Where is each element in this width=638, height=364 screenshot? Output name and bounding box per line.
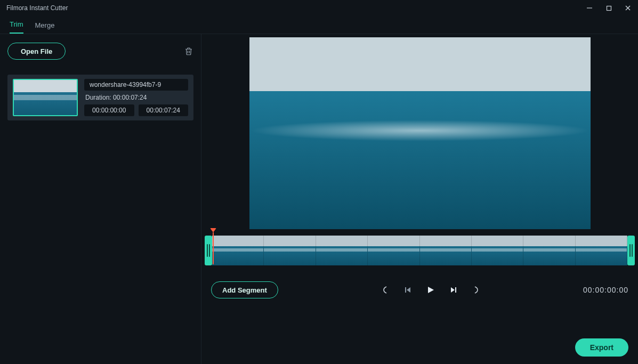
svg-marker-7 (407, 287, 410, 293)
video-preview[interactable] (249, 37, 591, 229)
title-bar: Filmora Instant Cutter (0, 0, 638, 16)
play-icon[interactable] (426, 286, 435, 294)
window-title: Filmora Instant Cutter (6, 4, 68, 12)
clip-row[interactable]: wondershare-43994fb7-9 Duration: 00:00:0… (7, 75, 193, 120)
mark-out-icon[interactable] (472, 286, 480, 294)
footer: Export (201, 306, 638, 364)
timeline-frame (523, 236, 575, 265)
tab-trim[interactable]: Trim (10, 20, 23, 34)
add-segment-button[interactable]: Add Segment (211, 281, 278, 298)
timeline-frame (316, 236, 368, 265)
next-frame-icon[interactable] (450, 286, 457, 294)
timeline-frame (420, 236, 472, 265)
open-file-button[interactable]: Open File (7, 43, 66, 60)
clip-thumbnail (13, 79, 78, 116)
svg-rect-1 (607, 6, 611, 10)
preview-area (201, 34, 638, 231)
timeline[interactable] (201, 231, 638, 274)
clip-sidebar: Open File wondershare-43994fb7-9 Duratio… (0, 34, 201, 364)
maximize-icon[interactable] (605, 4, 612, 12)
minimize-icon[interactable] (586, 4, 593, 12)
timeline-frames[interactable] (212, 236, 627, 265)
timeline-frame (576, 236, 627, 265)
clip-meta: wondershare-43994fb7-9 Duration: 00:00:0… (84, 79, 188, 116)
svg-marker-8 (428, 287, 434, 293)
clip-in-time[interactable]: 00:00:00:00 (84, 104, 134, 116)
trim-handle-right[interactable] (627, 236, 635, 265)
svg-rect-6 (405, 287, 406, 293)
mark-in-icon[interactable] (382, 286, 389, 294)
timeline-frame (212, 236, 264, 265)
close-icon[interactable] (624, 4, 632, 12)
window-controls (586, 4, 632, 12)
timeline-frame (368, 236, 419, 265)
tab-merge[interactable]: Merge (35, 21, 55, 34)
prev-frame-icon[interactable] (404, 286, 411, 294)
timeline-frame (472, 236, 523, 265)
clip-duration: Duration: 00:00:07:24 (84, 94, 188, 101)
current-timecode: 00:00:00:00 (583, 286, 628, 294)
clip-filename: wondershare-43994fb7-9 (84, 79, 188, 91)
playback-controls: Add Segment 00:00:00:00 (201, 274, 638, 306)
delete-icon[interactable] (184, 46, 193, 56)
mode-tabs: Trim Merge (0, 16, 638, 34)
export-button[interactable]: Export (575, 338, 628, 357)
svg-marker-9 (451, 287, 455, 293)
clip-out-time[interactable]: 00:00:07:24 (139, 104, 189, 116)
timeline-frame (264, 236, 316, 265)
svg-rect-10 (455, 287, 456, 293)
playhead[interactable] (210, 228, 216, 264)
